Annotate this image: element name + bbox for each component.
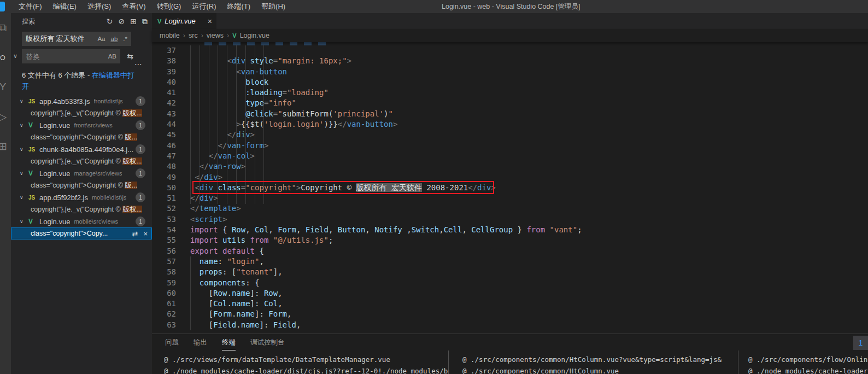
breadcrumb-segment[interactable]: src bbox=[189, 32, 198, 39]
line-number[interactable]: 39 bbox=[152, 67, 176, 77]
search-result-file[interactable]: ∨JSapp.4ab533f3.jsfront\dist\js1 bbox=[11, 95, 152, 107]
chevron-down-icon[interactable]: ∨ bbox=[20, 171, 28, 176]
line-number[interactable]: 46 bbox=[152, 141, 176, 151]
line-number[interactable]: 54 bbox=[152, 225, 176, 235]
code-line[interactable]: 37 bbox=[152, 45, 868, 56]
line-number[interactable]: 56 bbox=[152, 246, 176, 256]
line-number[interactable]: 62 bbox=[152, 309, 176, 319]
code-editor[interactable]: 3738 <div style="margin: 16px;">39 <van-… bbox=[152, 42, 868, 334]
replace-input[interactable] bbox=[22, 52, 107, 61]
line-number[interactable]: 61 bbox=[152, 299, 176, 309]
source-control-icon[interactable]: Y bbox=[0, 72, 11, 102]
preserve-case-icon[interactable]: AB bbox=[107, 52, 118, 60]
terminal-pane-2[interactable]: @ ./src/components/common/HtColumn.vue?v… bbox=[448, 350, 738, 374]
code-line[interactable]: 57 name: "login", bbox=[152, 256, 868, 267]
search-result-match[interactable]: class="copyright">Copy...⇄× bbox=[11, 227, 152, 239]
regex-icon[interactable]: .* bbox=[122, 35, 128, 43]
line-number[interactable]: 51 bbox=[152, 193, 176, 203]
line-number[interactable]: 49 bbox=[152, 172, 176, 183]
menu-item[interactable]: 编辑(E) bbox=[48, 0, 82, 13]
menu-item[interactable]: 帮助(H) bbox=[256, 0, 291, 13]
line-number[interactable]: 63 bbox=[152, 320, 176, 330]
search-result-match[interactable]: copyright"},[e._v("Copyright © 版权... bbox=[11, 203, 152, 215]
line-number[interactable]: 57 bbox=[152, 256, 176, 267]
code-line[interactable]: 62 [Form.name]: Form, bbox=[152, 309, 868, 319]
code-line[interactable]: 50 <div class="copyright">Copyright © 版权… bbox=[152, 183, 868, 193]
panel-tab-调试控制台[interactable]: 调试控制台 bbox=[250, 334, 285, 350]
tab-close-icon[interactable]: × bbox=[208, 17, 212, 26]
code-line[interactable]: 43 @click="submitForm('principal')" bbox=[152, 109, 868, 119]
code-line[interactable]: 46 </van-form> bbox=[152, 141, 868, 151]
code-line[interactable]: 39 <van-button bbox=[152, 67, 868, 77]
code-line[interactable]: 48 </van-row> bbox=[152, 161, 868, 172]
line-number[interactable]: 38 bbox=[152, 56, 176, 66]
whole-word-icon[interactable]: ab bbox=[110, 35, 119, 43]
code-line[interactable]: 55import utils from "@/utils.js"; bbox=[152, 235, 868, 246]
search-result-match[interactable]: copyright"},[e._v("Copyright © 版权... bbox=[11, 107, 152, 119]
line-number[interactable]: 41 bbox=[152, 87, 176, 98]
dismiss-icon[interactable]: × bbox=[143, 230, 148, 238]
line-number[interactable]: 40 bbox=[152, 77, 176, 87]
chevron-down-icon[interactable]: ∨ bbox=[20, 122, 28, 128]
search-icon[interactable]: ○ bbox=[0, 43, 11, 72]
chevron-down-icon[interactable]: ∨ bbox=[20, 195, 28, 200]
line-number[interactable]: 60 bbox=[152, 288, 176, 299]
code-line[interactable]: 44 >{{$t('login.login')}}</van-button> bbox=[152, 119, 868, 130]
chevron-down-icon[interactable]: ∨ bbox=[20, 147, 28, 152]
line-number[interactable]: 48 bbox=[152, 161, 176, 172]
line-number[interactable]: 44 bbox=[152, 119, 176, 130]
code-line[interactable]: 41 :loading="loading" bbox=[152, 87, 868, 98]
terminal-selector-badge[interactable]: 1 bbox=[853, 336, 868, 350]
search-result-match[interactable]: copyright"},[e._v("Copyright © 版权... bbox=[11, 155, 152, 167]
line-number[interactable]: 45 bbox=[152, 130, 176, 140]
search-result-match[interactable]: class="copyright">Copyright © 版... bbox=[11, 131, 152, 143]
code-line[interactable]: 58 props: ["tenant"], bbox=[152, 267, 868, 277]
line-number[interactable]: 47 bbox=[152, 151, 176, 161]
code-line[interactable]: 61 [Col.name]: Col, bbox=[152, 299, 868, 309]
more-actions-icon[interactable]: ⋯ bbox=[134, 61, 142, 67]
search-result-file[interactable]: ∨JSapp.d5f92bf2.jsmobile\dist\js1 bbox=[11, 191, 152, 203]
chevron-down-icon[interactable]: ∨ bbox=[20, 98, 28, 104]
terminal-pane-3[interactable]: @ ./src/components/flow/Onlin@ ./node_mo… bbox=[738, 350, 868, 374]
open-in-editor-icon[interactable]: ⧉ bbox=[142, 17, 148, 26]
code-line[interactable]: 54import { Row, Col, Form, Field, Button… bbox=[152, 225, 868, 235]
menu-item[interactable]: 查看(V) bbox=[116, 0, 151, 13]
replace-icon[interactable]: ⇄ bbox=[132, 230, 138, 238]
code-line[interactable]: 51</div> bbox=[152, 193, 868, 203]
panel-tab-输出[interactable]: 输出 bbox=[193, 334, 207, 350]
code-line[interactable]: 53<script> bbox=[152, 214, 868, 225]
extensions-icon[interactable]: ⊞ bbox=[0, 131, 11, 161]
search-result-match[interactable]: class="copyright">Copyright © 版... bbox=[11, 179, 152, 191]
menu-item[interactable]: 文件(F) bbox=[13, 0, 48, 13]
code-line[interactable]: 59 components: { bbox=[152, 278, 868, 288]
line-number[interactable]: 42 bbox=[152, 98, 176, 108]
code-line[interactable]: 49 </div> bbox=[152, 172, 868, 183]
line-number[interactable]: 50 bbox=[152, 183, 176, 193]
line-number[interactable]: 43 bbox=[152, 109, 176, 119]
search-result-file[interactable]: ∨VLogin.vuemanage\src\views1 bbox=[11, 167, 152, 179]
search-result-file[interactable]: ∨VLogin.vuemobile\src\views1 bbox=[11, 215, 152, 227]
panel-tab-终端[interactable]: 终端 bbox=[222, 334, 236, 350]
code-line[interactable]: 47 </van-col> bbox=[152, 151, 868, 161]
line-number[interactable]: 37 bbox=[152, 45, 176, 56]
menu-item[interactable]: 终端(T) bbox=[221, 0, 256, 13]
code-line[interactable]: 40 block bbox=[152, 77, 868, 87]
panel-tab-问题[interactable]: 问题 bbox=[165, 334, 179, 350]
explorer-icon[interactable]: ⧉ bbox=[0, 13, 11, 43]
line-number[interactable]: 53 bbox=[152, 214, 176, 225]
line-number[interactable]: 52 bbox=[152, 203, 176, 214]
new-search-editor-icon[interactable]: ⊞ bbox=[130, 17, 137, 26]
code-line[interactable]: 52</template> bbox=[152, 203, 868, 214]
search-result-file[interactable]: ∨VLogin.vuefront\src\views1 bbox=[11, 119, 152, 131]
chevron-down-icon[interactable]: ∨ bbox=[20, 219, 28, 224]
breadcrumb-file[interactable]: Login.vue bbox=[240, 32, 269, 39]
run-debug-icon[interactable]: ▷ bbox=[0, 102, 11, 131]
toggle-replace-chevron-icon[interactable]: ∨ bbox=[13, 52, 17, 60]
line-number[interactable]: 59 bbox=[152, 278, 176, 288]
breadcrumb-segment[interactable]: mobile bbox=[160, 32, 180, 39]
menu-item[interactable]: 选择(S) bbox=[82, 0, 116, 13]
clear-results-icon[interactable]: ⊘ bbox=[119, 17, 125, 26]
tab-login-vue[interactable]: V Login.vue × bbox=[152, 13, 216, 29]
line-number[interactable]: 58 bbox=[152, 267, 176, 277]
code-line[interactable]: 45 </div> bbox=[152, 130, 868, 140]
